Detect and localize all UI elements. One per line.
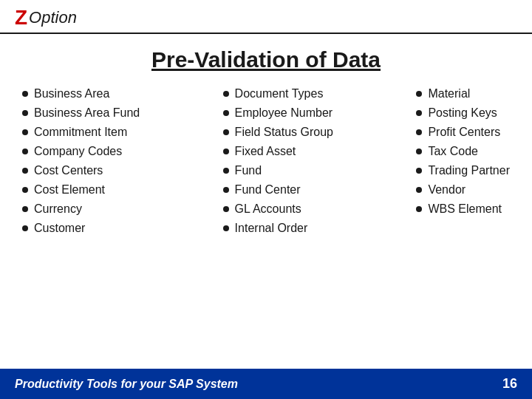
bullet-dot: [416, 187, 422, 193]
bullet-dot: [416, 110, 422, 116]
bullet-dot: [416, 149, 422, 154]
list-item: Material: [416, 87, 510, 100]
page-title: Pre-Validation of Data: [0, 47, 532, 72]
list-item-text: Business Area: [34, 87, 109, 100]
list-item: Fund Center: [223, 183, 333, 197]
list-item-text: Fixed Asset: [235, 145, 296, 158]
list-item: Vendor: [416, 183, 510, 197]
bullet-dot: [22, 149, 28, 154]
list-item-text: Cost Element: [34, 183, 105, 197]
list-item: Cost Element: [22, 183, 140, 197]
bullet-dot: [22, 129, 28, 135]
list-item-text: Posting Keys: [428, 106, 497, 120]
list-item: Trading Partner: [416, 164, 510, 177]
logo-option: Option: [29, 8, 77, 27]
list-item: GL Accounts: [223, 202, 333, 216]
bullet-dot: [223, 91, 229, 97]
list-item-text: Vendor: [428, 183, 466, 197]
list-item: Fund: [223, 164, 333, 177]
list-item: Business Area Fund: [22, 106, 140, 120]
list-item: Document Types: [223, 87, 333, 100]
list-item: Currency: [22, 202, 140, 216]
list-item-text: WBS Element: [428, 202, 502, 216]
footer-page-number: 16: [502, 376, 517, 392]
list-item-text: Trading Partner: [428, 164, 510, 177]
list-item: Field Status Group: [223, 126, 333, 139]
bullet-dot: [416, 129, 422, 135]
list-item: Commitment Item: [22, 126, 140, 139]
list-item: Cost Centers: [22, 164, 140, 177]
list-item: Profit Centers: [416, 126, 510, 139]
list-item-text: Fund Center: [235, 183, 301, 197]
bullet-dot: [223, 168, 229, 174]
list-col1: Business AreaBusiness Area FundCommitmen…: [22, 87, 140, 241]
list-item: Customer: [22, 222, 140, 235]
bullet-dot: [22, 110, 28, 116]
list-item-text: Profit Centers: [428, 126, 500, 139]
list-item: Posting Keys: [416, 106, 510, 120]
list-item: Company Codes: [22, 145, 140, 158]
column-3: MaterialPosting KeysProfit CentersTax Co…: [416, 87, 510, 241]
bullet-dot: [416, 91, 422, 97]
bullet-dot: [22, 206, 28, 212]
list-col3: MaterialPosting KeysProfit CentersTax Co…: [416, 87, 510, 222]
list-item-text: Internal Order: [235, 222, 308, 235]
bullet-dot: [22, 187, 28, 193]
list-item: WBS Element: [416, 202, 510, 216]
logo-z: Z: [15, 7, 27, 28]
bullet-dot: [223, 110, 229, 116]
list-item-text: Tax Code: [428, 145, 478, 158]
list-item-text: Field Status Group: [235, 126, 333, 139]
bullet-dot: [223, 206, 229, 212]
list-item-text: Company Codes: [34, 145, 122, 158]
list-item-text: Commitment Item: [34, 126, 127, 139]
list-item-text: Currency: [34, 202, 82, 216]
column-1: Business AreaBusiness Area FundCommitmen…: [22, 87, 140, 241]
content-area: Business AreaBusiness Area FundCommitmen…: [0, 87, 532, 241]
bullet-dot: [223, 129, 229, 135]
list-item-text: Material: [428, 87, 470, 100]
column-2: Document TypesEmployee NumberField Statu…: [223, 87, 333, 241]
bullet-dot: [22, 168, 28, 174]
list-item-text: GL Accounts: [235, 202, 301, 216]
bullet-dot: [223, 187, 229, 193]
list-item: Fixed Asset: [223, 145, 333, 158]
list-item-text: Customer: [34, 222, 85, 235]
list-col2: Document TypesEmployee NumberField Statu…: [223, 87, 333, 241]
bullet-dot: [416, 206, 422, 212]
bullet-dot: [223, 225, 229, 231]
bullet-dot: [223, 149, 229, 154]
footer-text: Productivity Tools for your SAP System: [15, 378, 238, 391]
list-item: Employee Number: [223, 106, 333, 120]
list-item-text: Cost Centers: [34, 164, 103, 177]
bullet-dot: [22, 225, 28, 231]
list-item: Business Area: [22, 87, 140, 100]
bullet-dot: [22, 91, 28, 97]
list-item-text: Fund: [235, 164, 262, 177]
list-item-text: Document Types: [235, 87, 324, 100]
header: Z Option: [0, 0, 532, 34]
list-item: Tax Code: [416, 145, 510, 158]
list-item: Internal Order: [223, 222, 333, 235]
list-item-text: Employee Number: [235, 106, 333, 120]
footer: Productivity Tools for your SAP System 1…: [0, 369, 532, 399]
list-item-text: Business Area Fund: [34, 106, 140, 120]
bullet-dot: [416, 168, 422, 174]
